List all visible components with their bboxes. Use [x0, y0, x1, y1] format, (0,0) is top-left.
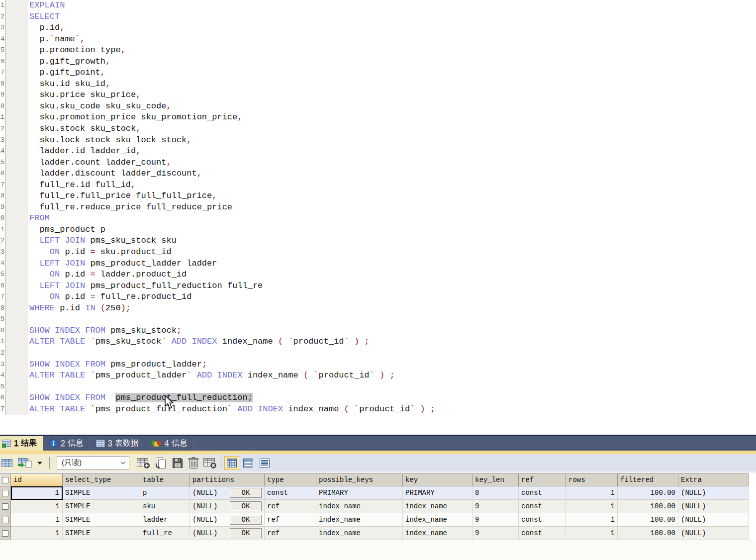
save-record-icon[interactable] — [171, 456, 184, 470]
grid-cell-id[interactable]: 1 — [11, 486, 63, 500]
column-header-possible_keys[interactable]: possible_keys — [316, 473, 403, 486]
row-gutter[interactable] — [0, 513, 11, 527]
grid-cell-key[interactable]: PRIMARY — [403, 486, 472, 500]
grid-cell-key[interactable]: index_name — [403, 527, 472, 540]
grid-row-3[interactable]: 1SIMPLEladder(NULL)OKrefindex_nameindex_… — [0, 513, 749, 527]
row-selector-checkbox[interactable] — [2, 477, 8, 483]
line-number: 28 — [0, 303, 5, 314]
tab-2[interactable]: 2信息 — [43, 436, 90, 451]
sql-code-editor[interactable]: 1EXPLAIN2SELECT3 p.id,4 p.`name`,5 p.pro… — [0, 0, 756, 435]
grid-cell-ref[interactable]: const — [519, 527, 566, 540]
grid-cell-key[interactable]: index_name — [403, 513, 472, 527]
column-header-filtered[interactable]: filtered — [618, 473, 678, 486]
grid-cell-filtered[interactable]: 100.00 — [618, 513, 678, 527]
column-header-Extra[interactable]: Extra — [678, 473, 749, 486]
partitions-ok-button[interactable]: OK — [230, 501, 262, 511]
grid-cell-Extra[interactable]: (NULL) — [678, 500, 749, 513]
grid-cell-id[interactable]: 1 — [11, 513, 63, 527]
grid-cell-select_type[interactable]: SIMPLE — [63, 527, 140, 540]
grid-cell-table[interactable]: full_re — [140, 527, 190, 540]
grid-row-2[interactable]: 1SIMPLEsku(NULL)OKrefindex_nameindex_nam… — [0, 500, 749, 513]
column-header-table[interactable]: table — [140, 473, 190, 486]
remove-from-table-icon[interactable] — [203, 456, 218, 470]
row-selector-checkbox[interactable] — [2, 490, 8, 496]
column-header-ref[interactable]: ref — [519, 473, 566, 486]
grid-cell-key_len[interactable]: 9 — [472, 527, 519, 540]
column-header-key[interactable]: key — [403, 473, 472, 486]
tab-3[interactable]: 3表数据 — [90, 436, 145, 451]
partitions-ok-button[interactable]: OK — [230, 528, 262, 538]
grid-cell-type[interactable]: ref — [265, 500, 316, 513]
column-header-id[interactable]: id — [11, 473, 63, 486]
partitions-ok-button[interactable]: OK — [230, 488, 262, 498]
chevron-down-icon — [120, 461, 126, 465]
grid-row-1[interactable]: 1SIMPLEp(NULL)OKconstPRIMARYPRIMARY8cons… — [0, 486, 749, 500]
row-selector-checkbox[interactable] — [2, 530, 8, 537]
add-record-icon[interactable] — [136, 456, 151, 470]
grid-cell-ref[interactable]: const — [519, 486, 566, 500]
grid-cell-possible_keys[interactable]: index_name — [316, 500, 403, 513]
grid-toolbar: (只读) — [0, 454, 756, 471]
dropdown-caret-icon[interactable] — [33, 456, 46, 470]
table-view-icon[interactable] — [0, 456, 13, 470]
column-header-partitions[interactable]: partitions — [190, 473, 265, 486]
grid-cell-rows[interactable]: 1 — [566, 527, 618, 540]
grid-cell-partitions[interactable]: (NULL)OK — [190, 500, 265, 513]
grid-cell-possible_keys[interactable]: index_name — [316, 527, 403, 540]
duplicate-record-icon[interactable] — [154, 456, 168, 470]
grid-cell-Extra[interactable]: (NULL) — [678, 513, 749, 527]
grid-cell-Extra[interactable]: (NULL) — [678, 486, 749, 500]
grid-cell-partitions[interactable]: (NULL)OK — [190, 513, 265, 527]
grid-cell-select_type[interactable]: SIMPLE — [63, 486, 140, 500]
readonly-select[interactable]: (只读) — [57, 456, 129, 469]
grid-cell-possible_keys[interactable]: index_name — [316, 513, 403, 527]
grid-cell-filtered[interactable]: 100.00 — [618, 486, 678, 500]
select-all-gutter[interactable] — [0, 473, 11, 486]
grid-cell-key_len[interactable]: 8 — [472, 486, 519, 500]
text-view-button[interactable] — [257, 456, 272, 470]
tab-4[interactable]: 4信息 — [145, 436, 194, 451]
code-text: ladder.discount ladder_discount, — [28, 168, 756, 180]
row-selector-checkbox[interactable] — [2, 503, 8, 510]
tab-1[interactable]: 1结果 — [0, 436, 43, 451]
grid-cell-table[interactable]: ladder — [140, 513, 190, 527]
code-line: 33SHOW INDEX FROM pms_product_ladder; — [0, 359, 756, 371]
row-gutter[interactable] — [0, 500, 11, 513]
grid-cell-ref[interactable]: const — [519, 500, 566, 513]
column-header-rows[interactable]: rows — [566, 473, 618, 486]
grid-view-button[interactable] — [224, 456, 239, 470]
grid-cell-filtered[interactable]: 100.00 — [618, 500, 678, 513]
form-view-button[interactable] — [241, 456, 256, 470]
grid-cell-ref[interactable]: const — [519, 513, 566, 527]
grid-cell-rows[interactable]: 1 — [566, 486, 618, 500]
column-header-key_len[interactable]: key_len — [472, 473, 519, 486]
grid-cell-partitions[interactable]: (NULL)OK — [190, 486, 265, 500]
grid-cell-rows[interactable]: 1 — [566, 500, 618, 513]
grid-cell-id[interactable]: 1 — [11, 527, 63, 540]
grid-cell-select_type[interactable]: SIMPLE — [63, 500, 140, 513]
grid-cell-id[interactable]: 1 — [11, 500, 63, 513]
grid-cell-type[interactable]: const — [265, 486, 316, 500]
grid-cell-type[interactable]: ref — [265, 527, 316, 540]
grid-cell-rows[interactable]: 1 — [566, 513, 618, 527]
partitions-ok-button[interactable]: OK — [230, 515, 262, 525]
grid-cell-key_len[interactable]: 9 — [472, 513, 519, 527]
grid-cell-select_type[interactable]: SIMPLE — [63, 513, 140, 527]
grid-cell-possible_keys[interactable]: PRIMARY — [316, 486, 403, 500]
column-header-type[interactable]: type — [265, 473, 316, 486]
grid-cell-filtered[interactable]: 100.00 — [618, 527, 678, 540]
grid-cell-table[interactable]: sku — [140, 500, 190, 513]
grid-cell-Extra[interactable]: (NULL) — [678, 527, 749, 540]
row-gutter[interactable] — [0, 527, 11, 540]
grid-cell-table[interactable]: p — [140, 486, 190, 500]
grid-cell-type[interactable]: ref — [265, 513, 316, 527]
grid-cell-key_len[interactable]: 9 — [472, 500, 519, 513]
row-gutter[interactable] — [0, 486, 11, 500]
grid-row-4[interactable]: 1SIMPLEfull_re(NULL)OKrefindex_nameindex… — [0, 527, 749, 540]
new-query-table-icon[interactable] — [17, 456, 32, 470]
grid-cell-partitions[interactable]: (NULL)OK — [190, 527, 265, 540]
column-header-select_type[interactable]: select_type — [63, 473, 140, 486]
row-selector-checkbox[interactable] — [2, 517, 8, 523]
grid-cell-key[interactable]: index_name — [403, 500, 472, 513]
delete-record-icon[interactable] — [187, 456, 200, 470]
